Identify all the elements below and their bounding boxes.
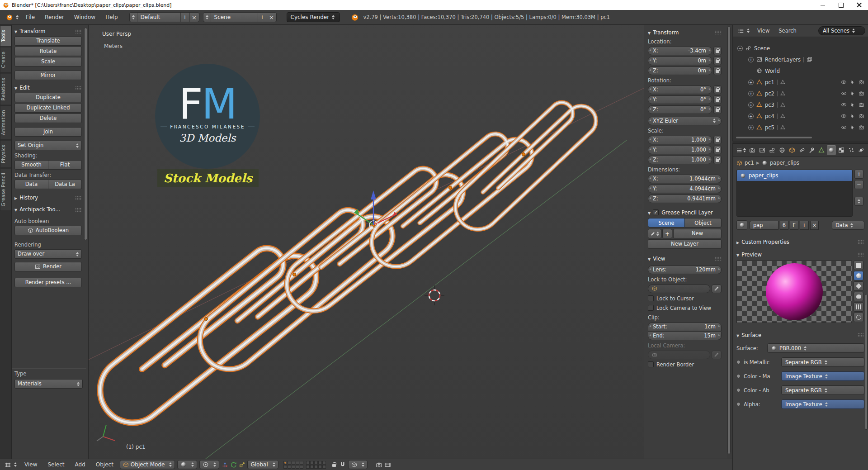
visibility-eye-icon[interactable]	[841, 79, 847, 85]
join-button[interactable]: Join	[14, 127, 82, 137]
tab-particles[interactable]	[846, 145, 856, 155]
layer-cell[interactable]	[310, 461, 314, 465]
outliner-row-pc1[interactable]: + pc1	[733, 76, 868, 88]
panel-expand-icon[interactable]	[736, 239, 741, 245]
location-y-field[interactable]: Y:0m	[648, 57, 712, 65]
screen-layout-name[interactable]: Default	[137, 13, 181, 22]
scene-name[interactable]: Scene	[211, 13, 258, 22]
minimize-button[interactable]	[814, 0, 832, 10]
expand-icon[interactable]: +	[748, 125, 754, 130]
archipack-render-button[interactable]: Render	[14, 262, 82, 271]
render-engine-dropdown[interactable]: Cycles Render	[287, 12, 340, 22]
menu-select[interactable]: Select	[42, 459, 69, 470]
panel-expand-icon[interactable]	[14, 85, 19, 91]
dimensions-z-field[interactable]: Z:0.9441mm	[648, 195, 722, 203]
tab-relations[interactable]: Relations	[0, 73, 11, 105]
breadcrumb-material[interactable]: paper_clips	[770, 160, 799, 166]
breadcrumb-object[interactable]: pc1	[745, 160, 754, 166]
visibility-eye-icon[interactable]	[841, 113, 847, 119]
tab-constraints[interactable]	[797, 145, 807, 155]
transform-orientation-dropdown[interactable]: Global	[247, 460, 278, 469]
menu-file[interactable]: File	[21, 10, 40, 24]
material-browse-button[interactable]	[736, 220, 747, 230]
menu-add[interactable]: Add	[70, 459, 90, 470]
outliner-row-pc2[interactable]: + pc2	[733, 88, 868, 99]
screen-layout-browse-button[interactable]	[130, 13, 137, 22]
layer-cell[interactable]	[306, 465, 310, 469]
panel-expand-icon[interactable]	[648, 209, 653, 216]
add-scene-button[interactable]	[258, 13, 267, 22]
material-slot-selected[interactable]: paper_clips	[737, 170, 852, 181]
grease-pencil-checkbox[interactable]	[653, 209, 659, 215]
selectability-icon[interactable]	[850, 125, 855, 130]
clip-start-field[interactable]: Start:1cm	[648, 323, 722, 331]
scale-button[interactable]: Scale	[14, 57, 82, 66]
panel-expand-icon[interactable]	[648, 256, 653, 262]
material-specials-dropdown[interactable]	[854, 197, 863, 206]
location-z-field[interactable]: Z:0m	[648, 66, 712, 75]
lock-to-cursor-checkbox[interactable]	[648, 295, 654, 301]
location-z-lock-button[interactable]	[713, 66, 722, 75]
preview-monkey-button[interactable]	[854, 292, 863, 301]
paperclip-pc1[interactable]	[89, 230, 325, 436]
selectability-icon[interactable]	[850, 80, 855, 85]
manipulator-rotate-toggle[interactable]	[229, 461, 237, 469]
layer-cell[interactable]	[318, 461, 322, 465]
expand-icon[interactable]: +	[748, 91, 754, 96]
layer-cell[interactable]	[296, 461, 299, 465]
panel-expand-icon[interactable]	[648, 29, 653, 36]
eyedropper-button[interactable]	[712, 285, 722, 293]
tab-animation[interactable]: Animation	[0, 105, 11, 140]
tab-grease-pencil[interactable]: Grease Pencil	[0, 168, 11, 211]
scale-z-lock-button[interactable]	[713, 156, 722, 164]
gp-brush-dropdown[interactable]	[648, 229, 661, 238]
renderability-icon[interactable]	[859, 124, 864, 130]
tab-physics[interactable]	[856, 145, 866, 155]
translate-button[interactable]: Translate	[14, 36, 82, 46]
renderability-icon[interactable]	[859, 102, 864, 108]
selectability-icon[interactable]	[850, 91, 855, 96]
layers-widget[interactable]	[283, 461, 326, 469]
outliner-row-world[interactable]: World	[733, 65, 868, 76]
surface-shader-dropdown[interactable]: PBR.000	[767, 343, 864, 353]
gp-new-layer-button[interactable]: New Layer	[648, 239, 722, 249]
draw-over-dropdown[interactable]: Draw over	[14, 249, 82, 259]
selectability-icon[interactable]	[850, 114, 855, 119]
expand-icon[interactable]: +	[748, 80, 754, 85]
menu-help[interactable]: Help	[100, 10, 123, 24]
rotation-y-field[interactable]: Y:0°	[648, 95, 712, 104]
rotation-mode-dropdown[interactable]: XYZ Euler	[648, 117, 722, 125]
scale-x-lock-button[interactable]	[713, 136, 722, 144]
unlink-material-button[interactable]: ×	[810, 221, 819, 230]
tab-render-layers[interactable]	[758, 145, 767, 155]
renderability-icon[interactable]	[859, 113, 864, 119]
add-layout-button[interactable]	[181, 13, 190, 22]
menu-render[interactable]: Render	[40, 10, 69, 24]
layer-cell[interactable]	[292, 461, 295, 465]
rotation-z-lock-button[interactable]	[713, 105, 722, 114]
mirror-button[interactable]: Mirror	[14, 71, 82, 80]
location-y-lock-button[interactable]	[713, 57, 722, 65]
panel-expand-icon[interactable]	[14, 28, 19, 34]
opengl-render-button[interactable]	[375, 461, 383, 469]
editor-type-button[interactable]	[2, 460, 19, 470]
material-users-button[interactable]: 6	[780, 221, 788, 230]
renderability-icon[interactable]	[859, 79, 864, 85]
alpha-input-dropdown[interactable]: Image Texture	[781, 399, 864, 409]
remove-scene-button[interactable]	[267, 13, 276, 22]
layer-cell[interactable]	[296, 465, 299, 469]
layer-cell[interactable]	[288, 461, 291, 465]
expand-icon[interactable]: +	[748, 102, 754, 108]
lock-to-scene-toggle[interactable]	[330, 461, 338, 469]
menu-window[interactable]: Window	[69, 10, 100, 24]
outliner-row-pc4[interactable]: + pc4	[733, 110, 868, 122]
layer-cell[interactable]	[314, 465, 318, 469]
expand-icon[interactable]: +	[748, 114, 754, 119]
remove-layout-button[interactable]	[190, 13, 199, 22]
gp-object-tab[interactable]: Object	[685, 218, 722, 228]
viewport-3d[interactable]: User Persp Meters (1) pc1 F M FRANCESCO …	[89, 25, 644, 459]
layer-cell[interactable]	[300, 461, 303, 465]
toolshelf-scrollbar[interactable]	[84, 28, 87, 240]
fake-user-button[interactable]: F	[790, 221, 798, 230]
remove-material-slot-button[interactable]: −	[854, 180, 863, 189]
